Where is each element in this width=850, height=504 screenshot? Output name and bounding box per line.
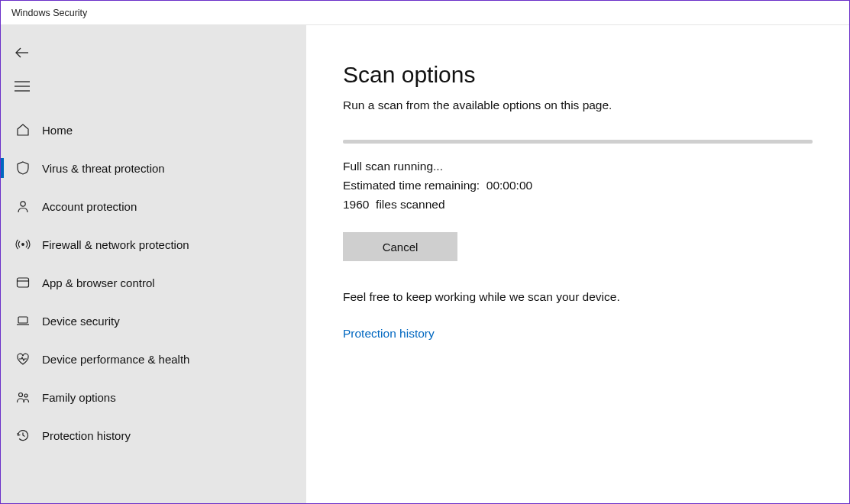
sidebar-item-label: Firewall & network protection: [42, 238, 189, 251]
window-title: Windows Security: [11, 8, 87, 18]
hamburger-button[interactable]: [1, 69, 306, 103]
content-area: Scan options Run a scan from the availab…: [306, 25, 849, 503]
laptop-icon: [15, 312, 31, 329]
scan-progress-bar: [343, 140, 813, 144]
cancel-button[interactable]: Cancel: [343, 232, 457, 261]
svg-rect-8: [18, 317, 27, 323]
app-window-icon: [15, 274, 31, 291]
svg-rect-6: [18, 278, 29, 287]
body: Home Virus & threat protection: [1, 25, 849, 503]
sidebar-item-protection-history[interactable]: Protection history: [1, 416, 306, 454]
scan-note: Feel free to keep working while we scan …: [343, 290, 813, 304]
sidebar-item-app-browser[interactable]: App & browser control: [1, 263, 306, 302]
files-count: 1960: [343, 198, 369, 211]
svg-point-5: [22, 244, 24, 246]
files-suffix: files scanned: [376, 198, 444, 211]
people-icon: [15, 389, 31, 405]
antenna-icon: [15, 236, 31, 253]
eta-label: Estimated time remaining:: [343, 179, 480, 192]
app-window: Windows Security: [0, 0, 850, 504]
sidebar-item-label: Home: [42, 124, 73, 137]
sidebar-item-family[interactable]: Family options: [1, 378, 306, 416]
hamburger-icon: [15, 80, 30, 92]
sidebar-item-label: App & browser control: [42, 276, 155, 289]
sidebar-item-label: Protection history: [42, 429, 131, 442]
scan-files-scanned: 1960 files scanned: [343, 195, 813, 215]
sidebar-item-firewall[interactable]: Firewall & network protection: [1, 225, 306, 263]
sidebar: Home Virus & threat protection: [1, 25, 306, 503]
history-icon: [15, 427, 31, 444]
svg-point-11: [24, 394, 27, 397]
scan-eta: Estimated time remaining: 00:00:00: [343, 176, 813, 195]
sidebar-item-device-security[interactable]: Device security: [1, 302, 306, 340]
sidebar-item-label: Device performance & health: [42, 353, 189, 366]
sidebar-item-home[interactable]: Home: [1, 111, 306, 149]
home-icon: [15, 121, 31, 138]
person-icon: [15, 198, 31, 215]
eta-value: 00:00:00: [486, 179, 532, 192]
back-button[interactable]: [1, 36, 306, 69]
svg-point-4: [21, 202, 25, 206]
sidebar-item-label: Device security: [42, 315, 120, 328]
svg-point-10: [19, 393, 23, 397]
nav-list: Home Virus & threat protection: [1, 111, 306, 454]
back-arrow-icon: [15, 45, 30, 60]
sidebar-item-account[interactable]: Account protection: [1, 187, 306, 225]
titlebar: Windows Security: [1, 1, 849, 25]
sidebar-item-performance-health[interactable]: Device performance & health: [1, 340, 306, 378]
sidebar-item-label: Family options: [42, 391, 116, 404]
sidebar-item-virus-threat[interactable]: Virus & threat protection: [1, 149, 306, 187]
scan-status-running: Full scan running...: [343, 157, 813, 176]
page-title: Scan options: [343, 62, 813, 88]
heart-pulse-icon: [15, 351, 31, 367]
page-subtitle: Run a scan from the available options on…: [343, 99, 813, 112]
sidebar-item-label: Virus & threat protection: [42, 162, 165, 175]
protection-history-link[interactable]: Protection history: [343, 327, 813, 341]
sidebar-item-label: Account protection: [42, 200, 137, 213]
shield-icon: [15, 160, 31, 176]
